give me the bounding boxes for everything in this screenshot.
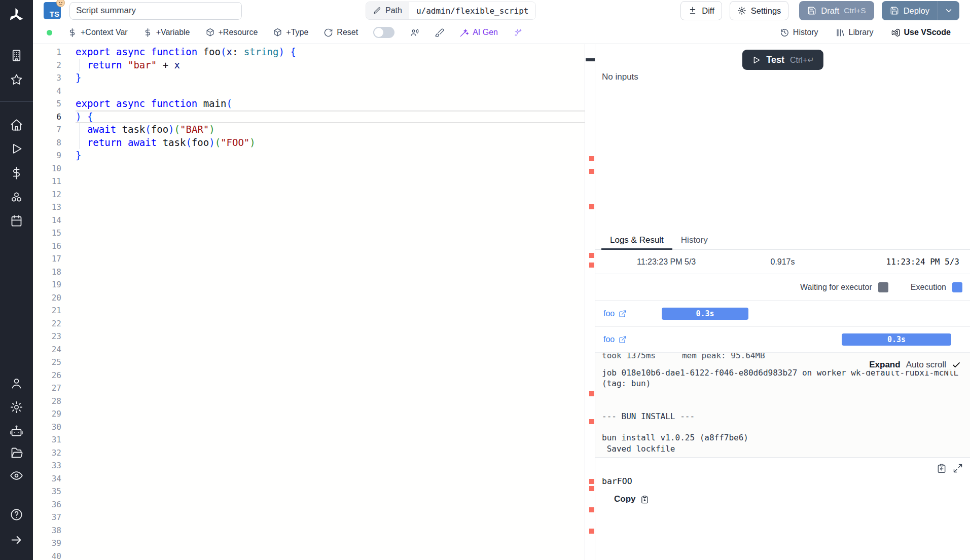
settings-button[interactable]: Settings bbox=[730, 1, 789, 20]
script-summary-input[interactable] bbox=[69, 2, 242, 20]
editor-line[interactable]: 31 bbox=[33, 433, 585, 446]
editor-line[interactable]: 6) { bbox=[33, 110, 585, 124]
editor-line[interactable]: 23 bbox=[33, 330, 585, 343]
editor-line[interactable]: 3} bbox=[33, 71, 585, 85]
editor-line[interactable]: 25 bbox=[33, 356, 585, 369]
editor-line[interactable]: 33 bbox=[33, 459, 585, 472]
sparkles-icon-button[interactable] bbox=[513, 28, 523, 38]
favorites-star-icon[interactable] bbox=[10, 73, 23, 87]
help-question-icon[interactable] bbox=[10, 508, 23, 521]
add-resource-button[interactable]: +Resource bbox=[205, 28, 258, 38]
editor-line[interactable]: 1export async function foo(x: string) { bbox=[33, 46, 585, 59]
code-editor[interactable]: 1export async function foo(x: string) {2… bbox=[33, 44, 585, 560]
editor-line[interactable]: 18 bbox=[33, 266, 585, 279]
collab-toggle[interactable] bbox=[373, 27, 394, 38]
add-type-button[interactable]: +Type bbox=[273, 28, 308, 38]
ai-gen-label: AI Gen bbox=[473, 28, 498, 37]
editor-line[interactable]: 4 bbox=[33, 85, 585, 98]
ai-gen-button[interactable]: AI Gen bbox=[459, 28, 498, 38]
editor-line[interactable]: 15 bbox=[33, 227, 585, 240]
line-number: 31 bbox=[33, 433, 76, 446]
editor-line[interactable]: 32 bbox=[33, 446, 585, 460]
audit-eye-icon[interactable] bbox=[10, 469, 23, 482]
diff-button[interactable]: Diff bbox=[680, 1, 722, 20]
top-bar: TS Path u/admin/flexible_script Diff bbox=[33, 0, 970, 21]
mem-peak-stat: mem peak: 95.64MB bbox=[682, 353, 765, 361]
history-button[interactable]: History bbox=[780, 28, 818, 38]
variables-dollar-icon[interactable] bbox=[10, 166, 23, 180]
scrollbar-slider[interactable] bbox=[586, 58, 595, 61]
execution-times-row: 11:23:23 PM 5/3 0.917s 11:23:24 PM 5/3 bbox=[595, 250, 970, 274]
autoscroll-toggle[interactable]: Auto scroll bbox=[906, 360, 946, 370]
editor-line[interactable]: 29 bbox=[33, 407, 585, 421]
editor-line[interactable]: 22 bbox=[33, 317, 585, 330]
editor-line[interactable]: 35 bbox=[33, 485, 585, 498]
editor-line[interactable]: 30 bbox=[33, 421, 585, 434]
editor-line[interactable]: 27 bbox=[33, 382, 585, 395]
windmill-logo-icon[interactable] bbox=[7, 6, 26, 25]
schedules-calendar-icon[interactable] bbox=[10, 214, 23, 228]
settings-button-label: Settings bbox=[751, 6, 781, 16]
format-brush-button[interactable] bbox=[435, 28, 444, 38]
multiplayer-button[interactable] bbox=[410, 28, 419, 38]
tab-logs-result[interactable]: Logs & Result bbox=[601, 231, 672, 249]
editor-line[interactable]: 21 bbox=[33, 304, 585, 317]
path-button[interactable]: Path bbox=[366, 2, 409, 19]
copy-button[interactable]: Copy bbox=[614, 494, 649, 504]
editor-line[interactable]: 16 bbox=[33, 240, 585, 253]
draft-button[interactable]: Draft Ctrl+S bbox=[799, 1, 874, 20]
editor-line[interactable]: 13 bbox=[33, 201, 585, 214]
editor-line[interactable]: 36 bbox=[33, 498, 585, 511]
editor-line[interactable]: 10 bbox=[33, 162, 585, 175]
library-button[interactable]: Library bbox=[836, 28, 874, 38]
editor-line[interactable]: 12 bbox=[33, 188, 585, 201]
run-link[interactable]: foo bbox=[603, 309, 627, 318]
deploy-button[interactable]: Deploy bbox=[882, 1, 959, 20]
draft-button-label: Draft bbox=[821, 6, 839, 16]
brush-icon bbox=[435, 28, 444, 38]
log-line: Saved lockfile bbox=[602, 443, 962, 454]
runs-play-icon[interactable] bbox=[10, 142, 23, 156]
status-dot bbox=[47, 30, 52, 35]
settings-gear-icon[interactable] bbox=[10, 400, 23, 414]
use-vscode-button[interactable]: Use VScode bbox=[891, 28, 951, 38]
editor-line[interactable]: 24 bbox=[33, 343, 585, 356]
editor-line[interactable]: 40 bbox=[33, 550, 585, 560]
tab-history[interactable]: History bbox=[672, 231, 716, 249]
workspace-icon[interactable] bbox=[10, 49, 23, 62]
editor-line[interactable]: 37 bbox=[33, 511, 585, 524]
editor-line[interactable]: 14 bbox=[33, 214, 585, 227]
maximize-icon[interactable] bbox=[953, 463, 963, 473]
line-number: 24 bbox=[33, 343, 76, 356]
editor-line[interactable]: 38 bbox=[33, 524, 585, 537]
reset-button[interactable]: Reset bbox=[324, 28, 358, 38]
run-link[interactable]: foo bbox=[603, 335, 627, 344]
folders-icon[interactable] bbox=[10, 446, 23, 460]
editor-line[interactable]: 20 bbox=[33, 291, 585, 305]
editor-line[interactable]: 5export async function main( bbox=[33, 97, 585, 110]
user-icon[interactable] bbox=[10, 377, 23, 390]
workers-robot-icon[interactable] bbox=[10, 424, 23, 438]
editor-line[interactable]: 11 bbox=[33, 175, 585, 188]
editor-line[interactable]: 9} bbox=[33, 149, 585, 162]
editor-line[interactable]: 8 return await task(foo)("FOO") bbox=[33, 136, 585, 150]
editor-line[interactable]: 17 bbox=[33, 252, 585, 266]
home-icon[interactable] bbox=[10, 118, 23, 132]
duration: 0.917s bbox=[770, 257, 795, 267]
editor-line[interactable]: 28 bbox=[33, 395, 585, 408]
add-variable-button[interactable]: +Variable bbox=[143, 28, 190, 38]
deploy-dropdown-button[interactable] bbox=[938, 1, 959, 20]
editor-line[interactable]: 2 return "bar" + x bbox=[33, 59, 585, 72]
editor-line[interactable]: 39 bbox=[33, 537, 585, 550]
expand-button[interactable]: Expand bbox=[869, 360, 900, 370]
test-button[interactable]: Test Ctrl+↵ bbox=[742, 50, 823, 70]
editor-line[interactable]: 26 bbox=[33, 369, 585, 382]
path-value[interactable]: u/admin/flexible_script bbox=[409, 2, 536, 19]
expand-arrow-icon[interactable] bbox=[10, 533, 23, 547]
resources-cubes-icon[interactable] bbox=[10, 191, 23, 205]
add-context-var-button[interactable]: +Context Var bbox=[67, 28, 128, 38]
editor-line[interactable]: 7 await task(foo)("BAR") bbox=[33, 123, 585, 136]
editor-line[interactable]: 34 bbox=[33, 472, 585, 486]
editor-line[interactable]: 19 bbox=[33, 278, 585, 291]
clipboard-import-icon[interactable] bbox=[937, 463, 947, 473]
